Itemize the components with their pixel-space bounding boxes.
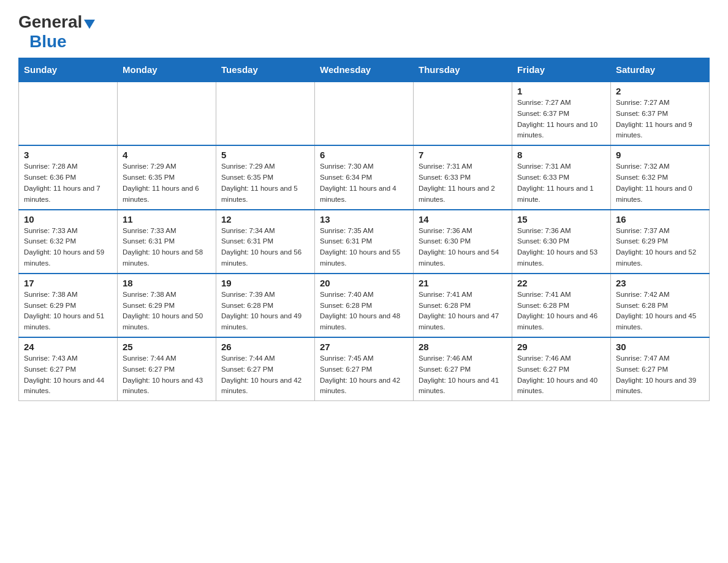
- day-sunrise: Sunrise: 7:41 AMSunset: 6:28 PMDaylight:…: [517, 291, 597, 331]
- col-tuesday: Tuesday: [216, 58, 315, 82]
- calendar-cell: 14 Sunrise: 7:36 AMSunset: 6:30 PMDaylig…: [414, 210, 512, 274]
- day-sunrise: Sunrise: 7:41 AMSunset: 6:28 PMDaylight:…: [419, 291, 499, 331]
- day-sunrise: Sunrise: 7:34 AMSunset: 6:31 PMDaylight:…: [221, 227, 301, 267]
- calendar-cell: 20 Sunrise: 7:40 AMSunset: 6:28 PMDaylig…: [315, 274, 414, 337]
- calendar-cell: 15 Sunrise: 7:36 AMSunset: 6:30 PMDaylig…: [512, 210, 611, 274]
- day-sunrise: Sunrise: 7:38 AMSunset: 6:29 PMDaylight:…: [123, 291, 203, 331]
- calendar-cell: 18 Sunrise: 7:38 AMSunset: 6:29 PMDaylig…: [118, 274, 216, 337]
- day-number: 2: [616, 86, 704, 96]
- calendar-header-row: Sunday Monday Tuesday Wednesday Thursday…: [19, 58, 710, 82]
- calendar-cell: [19, 82, 118, 145]
- day-sunrise: Sunrise: 7:32 AMSunset: 6:32 PMDaylight:…: [616, 163, 692, 202]
- day-sunrise: Sunrise: 7:38 AMSunset: 6:29 PMDaylight:…: [24, 291, 104, 331]
- calendar-cell: 19 Sunrise: 7:39 AMSunset: 6:28 PMDaylig…: [216, 274, 315, 337]
- logo: General Blue: [18, 12, 95, 52]
- day-sunrise: Sunrise: 7:33 AMSunset: 6:31 PMDaylight:…: [123, 227, 203, 267]
- day-sunrise: Sunrise: 7:28 AMSunset: 6:36 PMDaylight:…: [24, 163, 100, 202]
- calendar-table: Sunday Monday Tuesday Wednesday Thursday…: [18, 58, 710, 401]
- calendar-cell: 9 Sunrise: 7:32 AMSunset: 6:32 PMDayligh…: [611, 145, 710, 209]
- day-number: 22: [517, 278, 605, 288]
- calendar-cell: [216, 82, 315, 145]
- day-number: 8: [517, 150, 605, 160]
- calendar-cell: 10 Sunrise: 7:33 AMSunset: 6:32 PMDaylig…: [19, 210, 118, 274]
- day-number: 13: [320, 214, 408, 224]
- day-number: 23: [616, 278, 704, 288]
- day-number: 21: [419, 278, 507, 288]
- calendar-cell: 7 Sunrise: 7:31 AMSunset: 6:33 PMDayligh…: [414, 145, 512, 209]
- day-number: 5: [221, 150, 309, 160]
- day-number: 16: [616, 214, 704, 224]
- col-saturday: Saturday: [611, 58, 710, 82]
- day-number: 14: [419, 214, 507, 224]
- calendar-cell: 26 Sunrise: 7:44 AMSunset: 6:27 PMDaylig…: [216, 337, 315, 401]
- col-friday: Friday: [512, 58, 611, 82]
- day-number: 28: [419, 342, 507, 352]
- day-sunrise: Sunrise: 7:47 AMSunset: 6:27 PMDaylight:…: [616, 354, 696, 394]
- calendar-week-row: 3 Sunrise: 7:28 AMSunset: 6:36 PMDayligh…: [19, 145, 710, 209]
- calendar-cell: [414, 82, 512, 145]
- day-number: 18: [123, 278, 211, 288]
- day-number: 4: [123, 150, 211, 160]
- day-sunrise: Sunrise: 7:43 AMSunset: 6:27 PMDaylight:…: [24, 354, 104, 394]
- day-number: 19: [221, 278, 309, 288]
- calendar-week-row: 10 Sunrise: 7:33 AMSunset: 6:32 PMDaylig…: [19, 210, 710, 274]
- day-sunrise: Sunrise: 7:29 AMSunset: 6:35 PMDaylight:…: [221, 163, 298, 202]
- day-number: 20: [320, 278, 408, 288]
- day-number: 24: [24, 342, 112, 352]
- calendar-cell: 11 Sunrise: 7:33 AMSunset: 6:31 PMDaylig…: [118, 210, 216, 274]
- day-sunrise: Sunrise: 7:44 AMSunset: 6:27 PMDaylight:…: [123, 354, 203, 394]
- col-sunday: Sunday: [19, 58, 118, 82]
- calendar-week-row: 1 Sunrise: 7:27 AMSunset: 6:37 PMDayligh…: [19, 82, 710, 145]
- day-sunrise: Sunrise: 7:33 AMSunset: 6:32 PMDaylight:…: [24, 227, 104, 267]
- day-sunrise: Sunrise: 7:46 AMSunset: 6:27 PMDaylight:…: [419, 354, 499, 394]
- calendar-week-row: 17 Sunrise: 7:38 AMSunset: 6:29 PMDaylig…: [19, 274, 710, 337]
- day-sunrise: Sunrise: 7:31 AMSunset: 6:33 PMDaylight:…: [517, 163, 594, 202]
- calendar-cell: 5 Sunrise: 7:29 AMSunset: 6:35 PMDayligh…: [216, 145, 315, 209]
- day-number: 7: [419, 150, 507, 160]
- day-number: 26: [221, 342, 309, 352]
- col-monday: Monday: [118, 58, 216, 82]
- calendar-cell: 29 Sunrise: 7:46 AMSunset: 6:27 PMDaylig…: [512, 337, 611, 401]
- day-sunrise: Sunrise: 7:39 AMSunset: 6:28 PMDaylight:…: [221, 291, 301, 331]
- logo-blue-text: Blue: [29, 32, 67, 52]
- day-number: 27: [320, 342, 408, 352]
- day-sunrise: Sunrise: 7:45 AMSunset: 6:27 PMDaylight:…: [320, 354, 400, 394]
- day-sunrise: Sunrise: 7:36 AMSunset: 6:30 PMDaylight:…: [517, 227, 597, 267]
- day-sunrise: Sunrise: 7:42 AMSunset: 6:28 PMDaylight:…: [616, 291, 696, 331]
- day-number: 3: [24, 150, 112, 160]
- day-number: 12: [221, 214, 309, 224]
- calendar-cell: 21 Sunrise: 7:41 AMSunset: 6:28 PMDaylig…: [414, 274, 512, 337]
- day-number: 1: [517, 86, 605, 96]
- day-number: 25: [123, 342, 211, 352]
- calendar-week-row: 24 Sunrise: 7:43 AMSunset: 6:27 PMDaylig…: [19, 337, 710, 401]
- calendar-cell: 1 Sunrise: 7:27 AMSunset: 6:37 PMDayligh…: [512, 82, 611, 145]
- day-sunrise: Sunrise: 7:27 AMSunset: 6:37 PMDaylight:…: [616, 99, 692, 139]
- calendar-cell: 12 Sunrise: 7:34 AMSunset: 6:31 PMDaylig…: [216, 210, 315, 274]
- calendar-cell: 6 Sunrise: 7:30 AMSunset: 6:34 PMDayligh…: [315, 145, 414, 209]
- calendar-cell: 8 Sunrise: 7:31 AMSunset: 6:33 PMDayligh…: [512, 145, 611, 209]
- calendar-cell: 16 Sunrise: 7:37 AMSunset: 6:29 PMDaylig…: [611, 210, 710, 274]
- day-number: 6: [320, 150, 408, 160]
- day-sunrise: Sunrise: 7:27 AMSunset: 6:37 PMDaylight:…: [517, 99, 597, 139]
- day-number: 10: [24, 214, 112, 224]
- day-number: 9: [616, 150, 704, 160]
- day-sunrise: Sunrise: 7:29 AMSunset: 6:35 PMDaylight:…: [123, 163, 199, 202]
- day-number: 11: [123, 214, 211, 224]
- calendar-cell: 27 Sunrise: 7:45 AMSunset: 6:27 PMDaylig…: [315, 337, 414, 401]
- calendar-cell: [315, 82, 414, 145]
- day-sunrise: Sunrise: 7:30 AMSunset: 6:34 PMDaylight:…: [320, 163, 396, 202]
- day-sunrise: Sunrise: 7:31 AMSunset: 6:33 PMDaylight:…: [419, 163, 495, 202]
- calendar-cell: [118, 82, 216, 145]
- day-number: 15: [517, 214, 605, 224]
- day-sunrise: Sunrise: 7:44 AMSunset: 6:27 PMDaylight:…: [221, 354, 301, 394]
- page-header: General Blue: [18, 12, 710, 52]
- calendar-cell: 3 Sunrise: 7:28 AMSunset: 6:36 PMDayligh…: [19, 145, 118, 209]
- calendar-cell: 2 Sunrise: 7:27 AMSunset: 6:37 PMDayligh…: [611, 82, 710, 145]
- calendar-cell: 25 Sunrise: 7:44 AMSunset: 6:27 PMDaylig…: [118, 337, 216, 401]
- day-sunrise: Sunrise: 7:37 AMSunset: 6:29 PMDaylight:…: [616, 227, 696, 267]
- day-sunrise: Sunrise: 7:46 AMSunset: 6:27 PMDaylight:…: [517, 354, 597, 394]
- day-number: 29: [517, 342, 605, 352]
- calendar-cell: 13 Sunrise: 7:35 AMSunset: 6:31 PMDaylig…: [315, 210, 414, 274]
- day-number: 17: [24, 278, 112, 288]
- logo-triangle-icon: [84, 20, 95, 29]
